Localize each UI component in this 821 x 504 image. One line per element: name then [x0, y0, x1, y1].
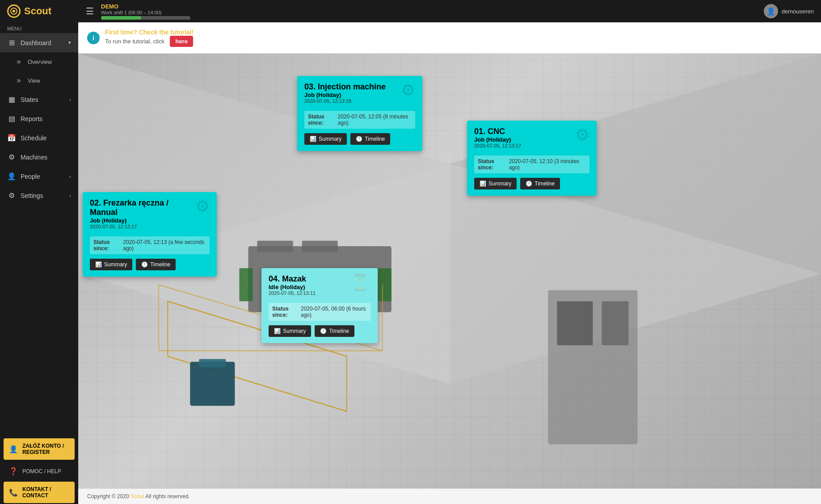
card-04-datetime: 2020-07-05, 12:13:11: [269, 290, 316, 296]
sidebar-item-label: Schedule: [21, 134, 46, 142]
footer-brand: Scout: [131, 493, 144, 500]
sidebar-item-dashboard[interactable]: ⊞ Dashboard ▾: [0, 33, 78, 52]
topbar: Scout ☰ DEMO Work shift 1 (06:00 – 14:00…: [0, 0, 821, 22]
card-01-status-row: Status since: 2020-07-05, 12:10 (3 minut…: [474, 155, 589, 173]
sidebar-item-people[interactable]: 👤 People ‹: [0, 167, 78, 186]
card-03-status: Job (Holiday): [304, 92, 386, 98]
sidebar-item-reports[interactable]: ▤ Reports: [0, 109, 78, 128]
user-add-icon: 👤: [9, 445, 18, 454]
machine-icon: ⚙: [7, 153, 16, 161]
gear-icon: ⚙: [575, 127, 589, 143]
hourglass-icon: ⏳: [350, 274, 371, 290]
layout: Menu ⊞ Dashboard ▾ » Overview » View ▦ S…: [0, 22, 821, 504]
card-03-header: 03. Injection machine Job (Holiday) 2020…: [304, 82, 415, 108]
help-icon: ❓: [9, 467, 18, 475]
card-01-header: 01. CNC Job (Holiday) 2020-07-05, 12:13:…: [474, 127, 589, 153]
card-02-status-row: Status since: 2020-07-05, 12:13 (a few s…: [90, 236, 210, 254]
card-01-info: 01. CNC Job (Holiday) 2020-07-05, 12:13:…: [474, 127, 521, 153]
card-04-timeline-button[interactable]: 🕐 Timeline: [315, 325, 354, 337]
footer: Copyright © 2020 Scout All rights reserv…: [78, 488, 821, 504]
sidebar-item-label: Dashboard: [21, 39, 51, 46]
logo: Scout: [7, 4, 79, 18]
card-04-buttons: 📊 Summary 🕐 Timeline: [269, 325, 371, 337]
sidebar-item-overview[interactable]: » Overview: [0, 52, 78, 71]
sidebar-item-machines[interactable]: ⚙ Machines: [0, 147, 78, 167]
user-name: demouseren: [782, 8, 814, 15]
info-banner: i First time? Check the tutorial! To run…: [78, 22, 821, 54]
footer-copyright: Copyright © 2020: [87, 493, 131, 500]
gear-icon: ⚙: [401, 82, 415, 98]
card-04-status: Idle (Holiday): [269, 284, 316, 290]
contact-label: KONTAKT / CONTACT: [22, 486, 69, 499]
progress-bar-fill: [101, 16, 141, 20]
dashboard-view: 02. Frezarka ręczna / Manual Job (Holida…: [78, 54, 821, 488]
card-03-summary-button[interactable]: 📊 Summary: [304, 133, 347, 145]
gear-icon: ⚙: [195, 198, 210, 214]
sidebar-item-view[interactable]: » View: [0, 71, 78, 90]
status-since-value: 2020-07-05, 12:05 (8 minutes ago): [338, 113, 412, 126]
sidebar-item-schedule[interactable]: 📅 Schedule: [0, 128, 78, 147]
chevron-left-icon: ‹: [69, 174, 71, 179]
card-03-info: 03. Injection machine Job (Holiday) 2020…: [304, 82, 386, 108]
demo-title: DEMO: [101, 3, 757, 10]
card-02-info: 02. Frezarka ręczna / Manual Job (Holida…: [90, 198, 195, 234]
card-02-summary-button[interactable]: 📊 Summary: [90, 259, 132, 270]
sidebar-item-settings[interactable]: ⚙ Settings ‹: [0, 186, 78, 205]
clock-icon: 🕐: [141, 261, 148, 268]
status-since-label: Status since:: [308, 113, 338, 126]
card-03-timeline-button[interactable]: 🕐 Timeline: [350, 133, 390, 145]
avatar: 👤: [764, 4, 778, 18]
card-02-header: 02. Frezarka ręczna / Manual Job (Holida…: [90, 198, 210, 234]
status-since-label: Status since:: [272, 306, 301, 318]
card-04-summary-button[interactable]: 📊 Summary: [269, 325, 311, 337]
card-01-summary-button[interactable]: 📊 Summary: [474, 178, 517, 189]
card-01-title: 01. CNC: [474, 127, 521, 136]
contact-button[interactable]: 📞 KONTAKT / CONTACT: [4, 482, 75, 503]
info-title: First time? Check the tutorial!: [105, 29, 194, 36]
logo-text: Scout: [24, 5, 51, 17]
machine-card-02: 02. Frezarka ręczna / Manual Job (Holida…: [83, 192, 217, 277]
sidebar-item-label: Machines: [21, 154, 47, 161]
card-01-buttons: 📊 Summary 🕐 Timeline: [474, 178, 589, 189]
menu-toggle-icon[interactable]: ☰: [86, 6, 94, 17]
people-icon: 👤: [7, 172, 16, 181]
logo-icon: [7, 4, 21, 18]
progress-bar: [101, 16, 190, 20]
status-since-label: Status since:: [93, 239, 123, 252]
clock-icon: 🕐: [320, 328, 327, 334]
sidebar-item-label: People: [21, 173, 40, 180]
tutorial-button[interactable]: here: [170, 36, 193, 47]
sidebar-item-label: Settings: [21, 192, 43, 199]
info-subtext: To run the tutorial, click: [105, 38, 164, 45]
machine-card-04: 04. Mazak Idle (Holiday) 2020-07-05, 12:…: [261, 268, 378, 343]
grid-icon: ▦: [7, 95, 16, 104]
status-since-value: 2020-07-05, 12:13 (a few seconds ago): [123, 239, 206, 252]
register-label: ZAŁÓŻ KONTO / REGISTER: [22, 443, 69, 455]
machine-card-01: 01. CNC Job (Holiday) 2020-07-05, 12:13:…: [467, 121, 597, 196]
menu-label: Menu: [0, 22, 78, 33]
register-button[interactable]: 👤 ZAŁÓŻ KONTO / REGISTER: [4, 438, 75, 460]
help-button[interactable]: ❓ POMOC / HELP: [4, 462, 75, 480]
card-02-title: 02. Frezarka ręczna / Manual: [90, 198, 195, 217]
card-02-datetime: 2020-07-05, 12:13:17: [90, 224, 195, 229]
card-01-status: Job (Holiday): [474, 136, 521, 143]
chevron-down-icon: ▾: [68, 40, 71, 46]
clock-icon: 🕐: [526, 181, 532, 187]
list-icon: ▤: [7, 114, 16, 123]
card-04-header: 04. Mazak Idle (Holiday) 2020-07-05, 12:…: [269, 274, 371, 300]
chart-icon: 📊: [480, 181, 486, 187]
sidebar-item-label: Overview: [28, 59, 52, 65]
sidebar-item-label: Reports: [21, 115, 42, 122]
card-03-buttons: 📊 Summary 🕐 Timeline: [304, 133, 415, 145]
arrow-right-icon: »: [14, 76, 23, 84]
card-02-timeline-button[interactable]: 🕐 Timeline: [136, 259, 176, 270]
sidebar-item-label: View: [28, 77, 40, 84]
dashboard-icon: ⊞: [7, 38, 16, 47]
user-area[interactable]: 👤 demouseren: [764, 4, 814, 18]
clock-icon: 🕐: [356, 136, 362, 142]
arrow-right-icon: »: [14, 58, 23, 66]
card-01-timeline-button[interactable]: 🕐 Timeline: [520, 178, 560, 189]
card-03-title: 03. Injection machine: [304, 82, 386, 92]
sidebar-item-label: States: [21, 96, 38, 103]
sidebar-item-states[interactable]: ▦ States ‹: [0, 90, 78, 109]
